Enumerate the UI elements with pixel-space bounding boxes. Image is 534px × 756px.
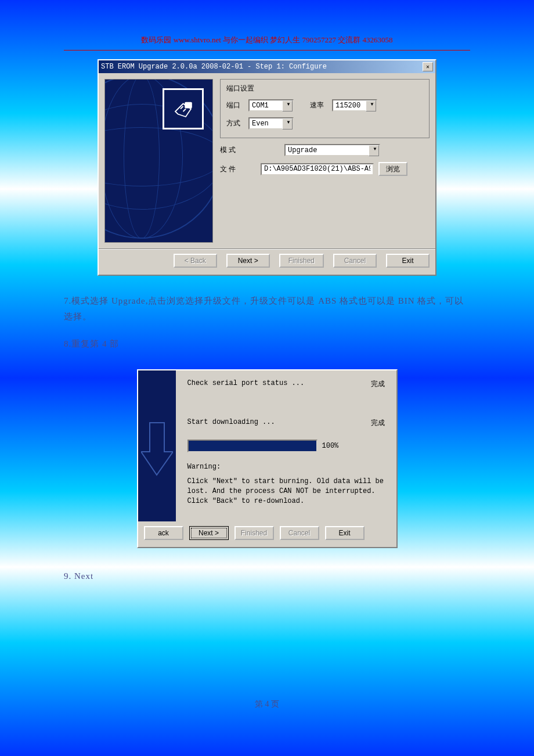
- svg-rect-0: [185, 102, 192, 109]
- progress-bar: [187, 440, 317, 452]
- cancel-button-2: Cancel: [280, 526, 319, 540]
- progress-percent: 100%: [322, 442, 339, 450]
- port-settings-group: 端口设置 端口 速率 方式: [220, 79, 430, 138]
- wizard-graphic-2: [138, 370, 176, 521]
- port-label: 端口: [226, 100, 244, 110]
- exit-button-2[interactable]: Exit: [325, 526, 365, 540]
- file-input[interactable]: [261, 163, 374, 175]
- download-dialog: Check serial port status ... 完成 Start do…: [137, 369, 398, 548]
- mode2-select[interactable]: [284, 144, 380, 156]
- close-icon[interactable]: ✕: [423, 62, 433, 71]
- step-9-text: 9. Next: [64, 568, 470, 584]
- back-button: < Back: [174, 254, 217, 268]
- rate-select[interactable]: [332, 99, 377, 111]
- finished-button: Finished: [279, 254, 324, 268]
- back-button-2[interactable]: ack: [144, 526, 183, 540]
- configure-dialog: STB EROM Upgrade 2.0.0a 2008-02-01 - Ste…: [98, 59, 436, 276]
- wizard-graphic: [104, 79, 213, 243]
- check-status-label: Check serial port status ...: [187, 379, 305, 389]
- warning-text: Click "Next" to start burning. Old data …: [187, 477, 385, 506]
- page-header: 数码乐园 www.shtvro.net 与你一起编织 梦幻人生 79025722…: [0, 35, 534, 45]
- page-footer: 第 4 页: [0, 699, 534, 710]
- next-button[interactable]: Next >: [226, 254, 270, 268]
- port-select[interactable]: [248, 99, 294, 111]
- browse-button[interactable]: 浏览: [378, 162, 407, 176]
- download-label: Start downloading ...: [187, 418, 275, 428]
- rate-label: 速率: [310, 100, 327, 110]
- header-divider: [64, 50, 470, 51]
- dialog-title: STB EROM Upgrade 2.0.0a 2008-02-01 - Ste…: [101, 63, 423, 71]
- download-result: 完成: [371, 418, 385, 428]
- mode2-label: 模 式: [220, 145, 243, 155]
- step-7-text: 7.模式选择 Upgrade,点击浏览选择升级文件，升级文件可以是 ABS 格式…: [64, 293, 470, 325]
- parity-select[interactable]: [248, 117, 294, 129]
- file-label: 文 件: [220, 164, 243, 174]
- finished-button-2: Finished: [234, 526, 274, 540]
- warning-label: Warning:: [187, 463, 385, 471]
- step-8-text: 8.重复第 4 部: [64, 336, 470, 352]
- dialog2-buttons: ack Next > Finished Cancel Exit: [138, 521, 396, 547]
- mode-label: 方式: [226, 118, 244, 128]
- check-status-result: 完成: [371, 379, 385, 389]
- fieldset-legend: 端口设置: [224, 84, 257, 93]
- connector-icon: [163, 88, 204, 129]
- next-button-2[interactable]: Next >: [189, 526, 229, 540]
- dialog-buttons: < Back Next > Finished Cancel Exit: [99, 249, 435, 275]
- cancel-button: Cancel: [333, 254, 377, 268]
- title-bar: STB EROM Upgrade 2.0.0a 2008-02-01 - Ste…: [99, 60, 435, 73]
- exit-button[interactable]: Exit: [386, 254, 430, 268]
